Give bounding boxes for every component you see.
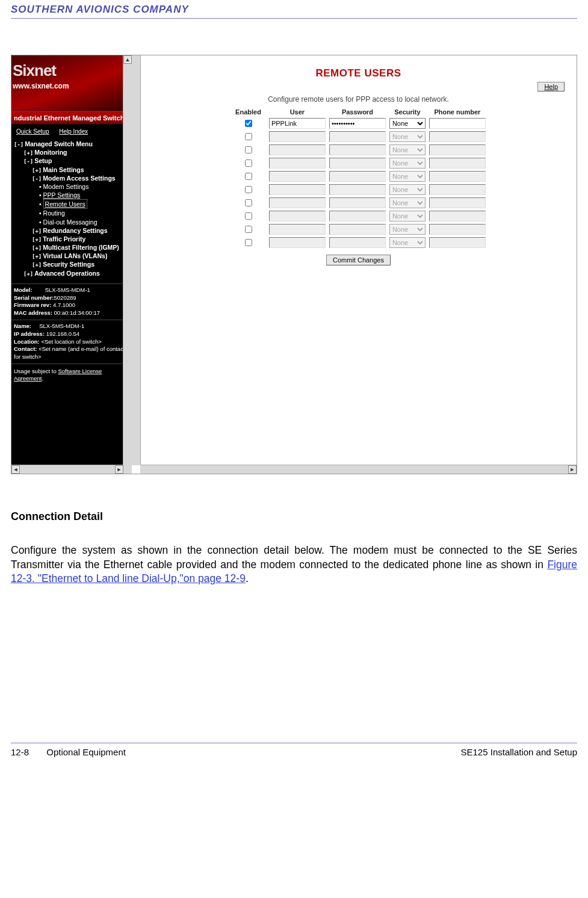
- page-subtitle: Configure remote users for PPP access to…: [147, 95, 569, 104]
- tree-item-ppp-settings[interactable]: PPP Settings: [14, 191, 131, 199]
- password-input[interactable]: [329, 184, 386, 195]
- user-input[interactable]: [269, 118, 326, 129]
- tree-item-vlans[interactable]: [+]Virtual LANs (VLANs): [14, 252, 131, 260]
- scroll-right-icon[interactable]: ►: [115, 465, 123, 474]
- security-select[interactable]: None: [389, 144, 426, 155]
- phone-input[interactable]: [429, 237, 486, 248]
- enabled-checkbox[interactable]: [245, 226, 252, 233]
- phone-input[interactable]: [429, 197, 486, 208]
- table-row: None: [229, 236, 487, 249]
- security-select[interactable]: None: [389, 171, 426, 182]
- tree-label: Advanced Operations: [34, 270, 100, 277]
- scroll-left-icon[interactable]: ◄: [11, 465, 20, 474]
- enabled-checkbox[interactable]: [245, 146, 252, 153]
- password-input[interactable]: [329, 211, 386, 221]
- tree-item-monitoring[interactable]: [+]Monitoring: [14, 148, 131, 156]
- tree-item-modem-settings[interactable]: Modem Settings: [14, 182, 131, 191]
- serial-label: Serial number:: [14, 294, 54, 301]
- user-input[interactable]: [269, 211, 326, 221]
- footer-page-number: 12-8: [11, 747, 29, 757]
- security-select[interactable]: None: [389, 237, 426, 248]
- tree-label: Security Settings: [43, 261, 94, 268]
- user-input[interactable]: [269, 197, 326, 208]
- user-input[interactable]: [269, 184, 326, 195]
- password-input[interactable]: [329, 237, 386, 248]
- enabled-checkbox[interactable]: [245, 186, 252, 193]
- phone-input[interactable]: [429, 211, 486, 221]
- user-input[interactable]: [269, 224, 326, 235]
- table-row: None: [229, 183, 487, 196]
- enabled-checkbox[interactable]: [245, 239, 252, 246]
- tree-item-security[interactable]: [+]Security Settings: [14, 260, 131, 268]
- main-vscrollbar[interactable]: [132, 55, 141, 465]
- page-title: REMOTE USERS: [147, 67, 569, 79]
- phone-input[interactable]: [429, 224, 486, 235]
- sidebar-hscrollbar[interactable]: ◄ ►: [11, 465, 123, 474]
- table-row: None: [229, 209, 487, 223]
- password-input[interactable]: [329, 144, 386, 155]
- user-input[interactable]: [269, 131, 326, 142]
- enabled-checkbox[interactable]: [245, 173, 252, 180]
- enabled-checkbox[interactable]: [245, 133, 252, 140]
- security-select[interactable]: None: [389, 197, 426, 208]
- user-input[interactable]: [269, 144, 326, 155]
- password-input[interactable]: [329, 197, 386, 208]
- security-select[interactable]: None: [389, 158, 426, 169]
- password-input[interactable]: [329, 118, 386, 129]
- security-select[interactable]: None: [389, 118, 426, 129]
- tree-item-traffic[interactable]: [+]Traffic Priority: [14, 235, 131, 243]
- sidebar-vscrollbar[interactable]: ▲: [123, 55, 132, 474]
- tree-item-redundancy[interactable]: [+]Redundancy Settings: [14, 226, 131, 235]
- logo-area: Sixnet www.sixnet.com: [11, 55, 132, 111]
- mac-value: 00:a0:1d:34:00:17: [54, 309, 101, 316]
- scroll-up-icon[interactable]: ▲: [123, 55, 132, 64]
- commit-changes-button[interactable]: Commit Changes: [326, 255, 391, 265]
- security-select[interactable]: None: [389, 184, 426, 195]
- tree-item-multicast[interactable]: [+]Multicast Filtering (IGMP): [14, 243, 131, 252]
- user-input[interactable]: [269, 158, 326, 169]
- password-input[interactable]: [329, 224, 386, 235]
- tree-item-advanced[interactable]: [+]Advanced Operations: [14, 269, 131, 277]
- tree-item-dialout[interactable]: Dial-out Messaging: [14, 218, 131, 226]
- tree-item-root[interactable]: [-]Managed Switch Menu: [14, 140, 131, 148]
- tree-label: Monitoring: [34, 149, 67, 156]
- tree-item-routing[interactable]: Routing: [14, 209, 131, 217]
- serial-value: 5020289: [54, 294, 76, 301]
- password-input[interactable]: [329, 171, 386, 182]
- password-input[interactable]: [329, 131, 386, 142]
- tree-item-modem-access[interactable]: [-]Modem Access Settings: [14, 174, 131, 182]
- tree-item-setup[interactable]: [-]Setup: [14, 156, 131, 165]
- quick-links: Quick Setup Help Index: [11, 125, 132, 138]
- help-button[interactable]: Help: [537, 82, 565, 91]
- security-select[interactable]: None: [389, 211, 426, 221]
- scroll-right-icon[interactable]: ►: [568, 465, 577, 474]
- user-input[interactable]: [269, 237, 326, 248]
- quick-setup-link[interactable]: Quick Setup: [16, 128, 49, 135]
- phone-input[interactable]: [429, 131, 486, 142]
- enabled-checkbox[interactable]: [245, 212, 252, 220]
- main-hscrollbar[interactable]: ►: [140, 465, 577, 474]
- help-index-link[interactable]: Help Index: [59, 128, 88, 135]
- security-select[interactable]: None: [389, 131, 426, 142]
- tree-item-remote-users[interactable]: Remote Users: [14, 199, 131, 209]
- security-select[interactable]: None: [389, 224, 426, 235]
- name-value: SLX-5MS-MDM-1: [39, 323, 84, 329]
- enabled-checkbox[interactable]: [245, 159, 252, 167]
- contact-label: Contact:: [14, 345, 37, 352]
- tree-label: Modem Access Settings: [43, 175, 115, 182]
- password-input[interactable]: [329, 158, 386, 169]
- phone-input[interactable]: [429, 144, 486, 155]
- tree-item-main-settings[interactable]: [+]Main Settings: [14, 166, 131, 174]
- tree-label: Main Settings: [43, 166, 84, 173]
- header-divider: [11, 18, 577, 19]
- phone-input[interactable]: [429, 118, 486, 129]
- phone-input[interactable]: [429, 158, 486, 169]
- location-value: <Set location of switch>: [41, 338, 101, 345]
- enabled-checkbox[interactable]: [245, 199, 252, 206]
- user-input[interactable]: [269, 171, 326, 182]
- table-row: None: [229, 223, 487, 236]
- phone-input[interactable]: [429, 184, 486, 195]
- tree-label: Dial-out Messaging: [43, 218, 97, 226]
- enabled-checkbox[interactable]: [245, 120, 252, 127]
- phone-input[interactable]: [429, 171, 486, 182]
